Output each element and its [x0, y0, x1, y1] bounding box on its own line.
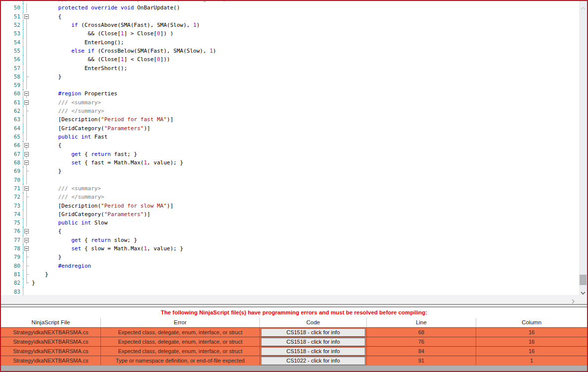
code-line[interactable]: 81 }	[1, 270, 587, 279]
code-line[interactable]: 54 EnterLong();	[1, 38, 587, 47]
error-code-button[interactable]: CS1518 - click for info	[261, 338, 365, 346]
code-text: get { return slow; }	[32, 236, 587, 244]
fold-collapse-icon[interactable]	[24, 238, 29, 242]
code-line[interactable]: 64 [GridCategory("Parameters")]	[1, 124, 587, 133]
code-text: else if (CrossBelow(SMA(Fast), SMA(Slow)…	[32, 47, 587, 55]
line-number: 62	[1, 107, 23, 115]
error-code-button[interactable]: CS1022 - click for info	[261, 357, 365, 365]
fold-gutter	[23, 81, 32, 89]
fold-gutter	[23, 219, 32, 227]
fold-collapse-icon[interactable]	[24, 229, 29, 233]
code-line[interactable]: 61 /// <summary>	[1, 98, 587, 107]
code-text: if (CrossAbove(SMA(Fast), SMA(Slow), 1)	[32, 21, 587, 29]
code-text: }	[32, 279, 587, 287]
fold-gutter	[23, 98, 32, 107]
code-editor[interactable]: /// Called on each bar update event (inc…	[1, 1, 587, 295]
line-number: 70	[1, 176, 23, 184]
code-line[interactable]: 80 #endregion	[1, 262, 587, 270]
line-number: 73	[1, 202, 23, 210]
code-line[interactable]: 83	[1, 288, 587, 295]
vertical-scrollbar[interactable]	[579, 1, 587, 295]
code-line[interactable]: 63 [Description("Period for fast MA")]	[1, 115, 587, 124]
fold-gutter	[23, 141, 32, 149]
column-header-ninjascript-file: NinjaScript File	[1, 318, 101, 327]
code-line[interactable]: 77 get { return slow; }	[1, 236, 587, 244]
fold-gutter	[23, 244, 32, 253]
line-number: 58	[1, 73, 23, 81]
code-text: && (Close[1] < Close[0]))	[32, 55, 587, 64]
code-text: [Description("Period for fast MA")]	[32, 115, 587, 124]
code-line[interactable]: 67 get { return fast; }	[1, 150, 587, 158]
code-line[interactable]: 73 [Description("Period for slow MA")]	[1, 202, 587, 210]
fold-gutter	[23, 12, 32, 21]
code-line[interactable]: 74 [GridCategory("Parameters")]	[1, 210, 587, 219]
code-line[interactable]: 79 }	[1, 253, 587, 261]
vertical-scrollbar-thumb[interactable]	[580, 275, 587, 285]
fold-collapse-icon[interactable]	[24, 14, 29, 19]
fold-collapse-icon[interactable]	[24, 186, 29, 191]
code-line[interactable]: 66 {	[1, 141, 587, 149]
code-line[interactable]: 57 EnterShort();	[1, 64, 587, 73]
error-file-cell: Strategy\dkaNEXTBARSMA.cs	[1, 337, 101, 346]
error-column-cell: 16	[476, 328, 587, 337]
fold-collapse-icon[interactable]	[24, 246, 29, 251]
fold-gutter	[23, 270, 32, 279]
code-line[interactable]: 78 set { slow = Math.Max(1, value); }	[1, 244, 587, 253]
fold-collapse-icon[interactable]	[24, 160, 29, 165]
error-table-header: NinjaScript FileErrorCodeLineColumn	[1, 318, 587, 327]
error-row[interactable]: Strategy\dkaNEXTBARSMA.csExpected class,…	[1, 346, 587, 356]
code-line[interactable]: 62 /// </summary>	[1, 107, 587, 115]
line-number: 61	[1, 98, 23, 107]
fold-gutter	[23, 107, 32, 115]
code-line[interactable]: 59	[1, 81, 587, 89]
code-line[interactable]: 70	[1, 176, 587, 184]
line-number: 69	[1, 167, 23, 175]
code-text	[32, 81, 587, 89]
fold-collapse-icon[interactable]	[24, 152, 29, 156]
error-column-cell: 16	[476, 337, 587, 346]
error-code-button[interactable]: CS1518 - click for info	[261, 328, 365, 337]
code-line[interactable]: 72 /// </summary>	[1, 193, 587, 201]
code-line[interactable]: 60 #region Properties	[1, 89, 587, 98]
fold-collapse-icon[interactable]	[24, 100, 29, 105]
code-line[interactable]: 50 protected override void OnBarUpdate()	[1, 3, 587, 12]
code-text: [GridCategory("Parameters")]	[32, 124, 587, 133]
fold-gutter	[23, 176, 32, 184]
code-line[interactable]: 68 set { fast = Math.Max(1, value); }	[1, 158, 587, 167]
code-line[interactable]: 55 else if (CrossBelow(SMA(Fast), SMA(Sl…	[1, 47, 587, 55]
code-line[interactable]: 69 }	[1, 167, 587, 175]
panel-splitter[interactable]	[1, 304, 587, 307]
line-number: 52	[1, 21, 23, 29]
column-header-error: Error	[101, 318, 260, 327]
line-number: 53	[1, 29, 23, 38]
fold-gutter	[23, 236, 32, 244]
code-line[interactable]: 52 if (CrossAbove(SMA(Fast), SMA(Slow), …	[1, 21, 587, 29]
fold-collapse-icon[interactable]	[24, 143, 29, 148]
fold-collapse-icon[interactable]	[24, 91, 29, 96]
fold-gutter	[23, 3, 32, 12]
code-line[interactable]: 75 public int Slow	[1, 219, 587, 227]
error-row[interactable]: Strategy\dkaNEXTBARSMA.csType or namespa…	[1, 356, 587, 365]
code-line[interactable]: 82}	[1, 279, 587, 287]
code-line[interactable]: 58 }	[1, 73, 587, 81]
code-line[interactable]: 71 /// <summary>	[1, 184, 587, 193]
code-text: }	[32, 73, 587, 81]
line-number: 60	[1, 89, 23, 98]
code-text	[32, 288, 587, 295]
scroll-right-icon[interactable]	[572, 297, 575, 306]
line-number: 50	[1, 3, 23, 12]
code-line[interactable]: 53 && (Close[1] > Close[0]) )	[1, 29, 587, 38]
error-row[interactable]: Strategy\dkaNEXTBARSMA.csExpected class,…	[1, 327, 587, 337]
error-code-button[interactable]: CS1518 - click for info	[261, 347, 365, 356]
code-line[interactable]: 65 public int Fast	[1, 133, 587, 141]
column-header-line: Line	[367, 318, 476, 327]
code-line[interactable]: 56 && (Close[1] < Close[0]))	[1, 55, 587, 64]
error-row[interactable]: Strategy\dkaNEXTBARSMA.csExpected class,…	[1, 337, 587, 346]
horizontal-scrollbar[interactable]	[1, 295, 587, 304]
code-text: get { return fast; }	[32, 150, 587, 158]
code-line[interactable]: 76 {	[1, 227, 587, 235]
scroll-up-icon[interactable]	[581, 3, 586, 12]
scroll-down-icon[interactable]	[581, 288, 586, 295]
code-line[interactable]: 51 {	[1, 12, 587, 21]
error-column-cell: 16	[476, 347, 587, 356]
